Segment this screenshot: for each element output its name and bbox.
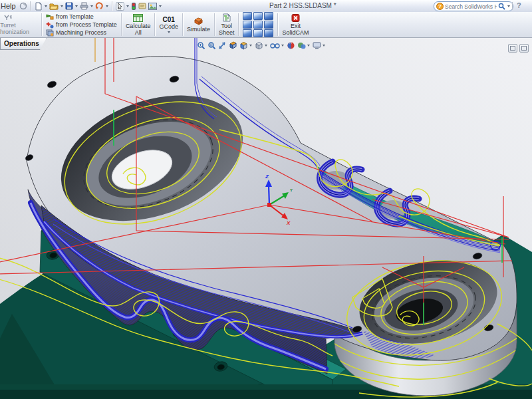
viewport-3d-scene[interactable]: Z Y X [0, 38, 532, 399]
viewport-corner-buttons [508, 44, 529, 53]
exit-icon [291, 14, 300, 22]
button-label: Calculate [126, 23, 151, 29]
undo-icon[interactable] [94, 1, 104, 11]
simulate-button[interactable]: Simulate [184, 12, 213, 37]
button-label: from Process Template [56, 21, 117, 28]
search-box[interactable]: ? Search SolidWorks Help [434, 1, 513, 11]
select-icon[interactable] [115, 1, 125, 11]
ribbon-separator [214, 13, 215, 36]
solidcam-window-icon[interactable] [243, 21, 252, 29]
dropdown-arrow-icon[interactable] [126, 5, 129, 7]
expand-pane-button[interactable] [519, 44, 529, 53]
options-icon[interactable] [138, 1, 147, 11]
ribbon-separator [238, 13, 239, 36]
solidcam-window-icon[interactable] [264, 21, 273, 29]
button-label: Turret [0, 22, 16, 29]
apply-scene-icon[interactable] [297, 41, 311, 50]
ribbon-separator [182, 13, 183, 36]
solidcam-window-icon[interactable] [253, 12, 263, 20]
photo-icon[interactable] [148, 1, 158, 11]
pin-icon[interactable] [19, 1, 28, 11]
zoom-to-fit-icon[interactable] [197, 41, 205, 50]
graphics-viewport[interactable]: Z Y X [0, 38, 532, 399]
dropdown-arrow-icon[interactable] [90, 5, 93, 7]
command-manager-ribbon: Turret Synchronization from Template fro… [0, 12, 532, 38]
ribbon-separator [41, 13, 42, 36]
triad-x-label: X [286, 220, 291, 226]
tool-sheet-icon [223, 13, 231, 22]
button-label: Machining Process [56, 29, 106, 36]
dropdown-arrow-icon[interactable] [45, 5, 47, 7]
menu-help[interactable]: Help [0, 2, 19, 10]
turret-synchronization-button[interactable]: Turret Synchronization [0, 12, 40, 37]
ribbon-separator [121, 13, 122, 36]
ribbon-separator [154, 13, 155, 36]
dropdown-arrow-icon[interactable] [168, 31, 170, 33]
gcode-badge: C01 [162, 17, 174, 23]
display-style-icon[interactable] [255, 41, 268, 50]
solidcam-window-icon[interactable] [264, 29, 273, 37]
document-title: Part 2 HSS.SLDASM * [269, 2, 336, 9]
new-document-icon[interactable] [34, 1, 43, 11]
rebuild-icon[interactable] [130, 1, 137, 11]
dropdown-arrow-icon[interactable] [323, 45, 325, 47]
toolbar-separator [512, 2, 513, 10]
button-label: All [135, 29, 142, 36]
button-label: Synchronization [0, 29, 29, 35]
turret-sync-icon [3, 14, 13, 21]
solidcam-window-icon[interactable] [243, 12, 252, 20]
dropdown-arrow-icon[interactable] [307, 45, 310, 47]
zoom-in-out-icon[interactable] [218, 41, 227, 50]
view-settings-icon[interactable] [313, 42, 326, 50]
dropdown-arrow-icon[interactable] [159, 5, 162, 7]
tool-sheet-button[interactable]: Tool Sheet [216, 12, 237, 37]
solidcam-window-icon[interactable] [243, 29, 252, 37]
from-template-icon [46, 13, 54, 21]
search-icon[interactable] [498, 3, 505, 10]
calculate-icon [133, 14, 143, 22]
solidcam-window-icon[interactable] [253, 29, 263, 37]
hide-show-items-icon[interactable] [270, 41, 285, 50]
button-label: from Template [56, 13, 94, 20]
dropdown-arrow-icon[interactable] [265, 45, 267, 47]
button-label: Simulate [187, 26, 210, 33]
button-label: SolidCAM [282, 29, 309, 36]
edit-appearance-icon[interactable] [287, 41, 295, 50]
calculate-all-button[interactable]: Calculate All [123, 12, 154, 37]
toolbar-separator [30, 1, 31, 11]
view-orientation-icon[interactable] [239, 41, 253, 50]
from-template-button[interactable]: from Template [46, 13, 117, 21]
solidworks-window: Help [0, 0, 532, 399]
save-icon[interactable] [65, 1, 74, 11]
machining-process-icon [46, 29, 54, 37]
dropdown-arrow-icon[interactable] [249, 45, 252, 47]
dropdown-arrow-icon[interactable] [75, 5, 78, 7]
collapse-pane-button[interactable] [508, 44, 517, 53]
open-icon[interactable] [49, 1, 59, 11]
dropdown-arrow-icon[interactable] [281, 45, 284, 47]
button-label: Sheet [219, 29, 235, 36]
button-label: Exit [291, 23, 301, 29]
exit-solidcam-button[interactable]: Exit SolidCAM [279, 12, 311, 37]
print-icon[interactable] [79, 1, 89, 11]
dropdown-arrow-icon[interactable] [106, 5, 108, 7]
dropdown-arrow-icon[interactable] [61, 5, 63, 7]
svg-text:?: ? [438, 3, 442, 9]
solidcam-window-icon[interactable] [264, 12, 273, 20]
dropdown-arrow-icon[interactable] [507, 5, 510, 7]
search-input[interactable]: Search SolidWorks Help [445, 3, 497, 10]
toolbar-separator [112, 1, 112, 11]
tab-label: Operations [4, 40, 39, 47]
menu-bar: Help [0, 0, 532, 13]
help-button[interactable]: ? [517, 1, 521, 9]
from-process-template-button[interactable]: from Process Template [46, 21, 117, 29]
tab-operations[interactable]: Operations [0, 38, 47, 50]
help-balloon-icon: ? [436, 3, 444, 10]
zoom-to-area-icon[interactable] [207, 41, 216, 50]
section-view-icon[interactable] [229, 41, 237, 50]
heads-up-view-toolbar [197, 41, 326, 50]
from-process-template-icon [46, 21, 54, 29]
machining-process-button[interactable]: Machining Process [46, 29, 117, 37]
gcode-button[interactable]: C01 GCode [156, 12, 181, 37]
solidcam-window-icon[interactable] [253, 21, 263, 29]
